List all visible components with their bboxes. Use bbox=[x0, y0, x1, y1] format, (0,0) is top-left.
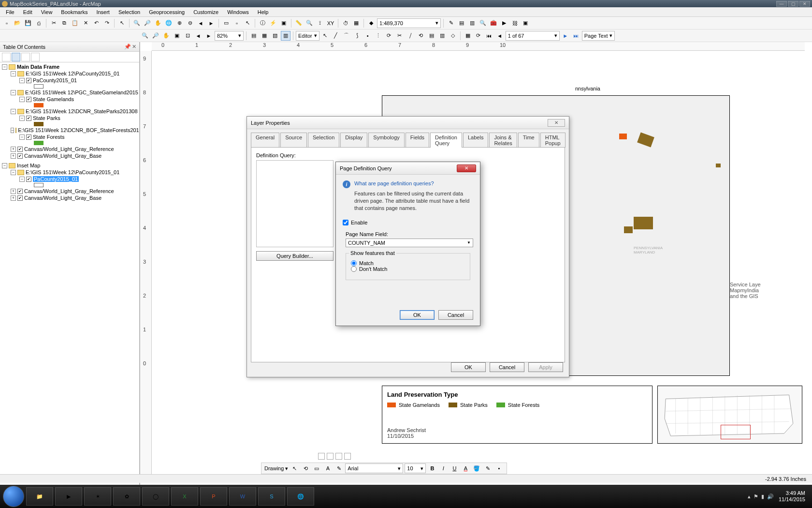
map-scale-combo[interactable]: 1:489,370▾ bbox=[377, 18, 441, 28]
back-layout-icon[interactable]: ◄ bbox=[193, 31, 203, 41]
tab-labels[interactable]: Labels bbox=[463, 133, 488, 148]
fwd-layout-icon[interactable]: ► bbox=[204, 31, 214, 41]
menu-help[interactable]: Help bbox=[254, 8, 273, 16]
edit-cut-icon[interactable]: ✂ bbox=[395, 31, 405, 41]
tray-up-icon[interactable]: ▴ bbox=[748, 493, 751, 500]
layer-properties-cancel-button[interactable]: Cancel bbox=[490, 362, 524, 372]
print-icon[interactable]: ⎙ bbox=[34, 18, 44, 28]
fixed-zoom-out-icon[interactable]: ⊖ bbox=[185, 18, 195, 28]
taskbar-chrome-icon[interactable]: ◯ bbox=[142, 487, 169, 506]
menu-windows[interactable]: Windows bbox=[223, 8, 253, 16]
menu-view[interactable]: View bbox=[37, 8, 57, 16]
underline-icon[interactable]: U bbox=[450, 463, 459, 473]
ddp-page-combo[interactable]: 1 of 67▾ bbox=[506, 31, 560, 41]
taskbar-word-icon[interactable]: W bbox=[229, 487, 256, 506]
taskbar-skype-icon[interactable]: S bbox=[258, 487, 285, 506]
taskbar-mediaplayer-icon[interactable]: ▶ bbox=[55, 487, 82, 506]
html-popup-icon[interactable]: ▣ bbox=[279, 18, 289, 28]
tab-symbology[interactable]: Symbology bbox=[368, 133, 404, 148]
font-size-combo[interactable]: 10▾ bbox=[405, 463, 426, 473]
editor-menu[interactable]: Editor ▾ bbox=[296, 31, 319, 41]
edit-rotate-icon[interactable]: ⟲ bbox=[416, 31, 426, 41]
pdq-match-radio[interactable]: Match bbox=[351, 260, 465, 266]
definition-query-textbox[interactable] bbox=[256, 160, 334, 247]
tab-display[interactable]: Display bbox=[340, 133, 367, 148]
find-route-icon[interactable]: ⟟ bbox=[315, 18, 325, 28]
tab-definition-query[interactable]: Definition Query bbox=[430, 133, 462, 148]
edit-point-icon[interactable]: • bbox=[363, 31, 373, 41]
zoom-percent-combo[interactable]: 82%▾ bbox=[215, 31, 244, 41]
ddp-last-icon[interactable]: ⏭ bbox=[571, 31, 581, 41]
pdq-close-icon[interactable]: ✕ bbox=[457, 164, 476, 172]
pdq-dontmatch-radio[interactable]: Don't Match bbox=[351, 266, 465, 272]
modelbuilder-icon[interactable]: ⛓ bbox=[510, 18, 520, 28]
measure-icon[interactable]: 📏 bbox=[294, 18, 304, 28]
draw-rotate-icon[interactable]: ⟲ bbox=[301, 463, 310, 473]
ddp-setup-icon[interactable]: ▦ bbox=[463, 31, 473, 41]
pan-icon[interactable]: ✋ bbox=[153, 18, 163, 28]
data-view-icon[interactable] bbox=[318, 453, 325, 460]
minimize-button[interactable]: — bbox=[776, 1, 787, 7]
tray-volume-icon[interactable]: 🔊 bbox=[767, 493, 774, 500]
tab-html-popup[interactable]: HTML Popup bbox=[540, 133, 566, 148]
edit-create-icon[interactable]: ◇ bbox=[448, 31, 458, 41]
toggle-draft-icon[interactable]: ▤ bbox=[249, 31, 259, 41]
draw-text-icon[interactable]: A bbox=[323, 463, 333, 473]
full-extent-icon[interactable]: 🌐 bbox=[164, 18, 174, 28]
time-slider-icon[interactable]: ⏱ bbox=[341, 18, 350, 28]
taskbar-excel-icon[interactable]: X bbox=[171, 487, 198, 506]
taskbar-app2-icon[interactable]: ✿ bbox=[113, 487, 140, 506]
maximize-button[interactable]: ▢ bbox=[788, 1, 798, 7]
save-icon[interactable]: 💾 bbox=[23, 18, 33, 28]
zoom-in-layout-icon[interactable]: 🔍 bbox=[140, 31, 150, 41]
select-features-icon[interactable]: ▭ bbox=[221, 18, 231, 28]
edit-vertices-icon[interactable]: ⋮ bbox=[374, 31, 383, 41]
menu-bookmarks[interactable]: Bookmarks bbox=[57, 8, 91, 16]
draw-select-icon[interactable]: ↖ bbox=[290, 463, 299, 473]
fwd-extent-icon[interactable]: ► bbox=[206, 18, 216, 28]
menu-edit[interactable]: Edit bbox=[19, 8, 36, 16]
draw-rectangle-icon[interactable]: ▭ bbox=[312, 463, 321, 473]
marker-color-icon[interactable]: • bbox=[494, 463, 504, 473]
edit-arc-icon[interactable]: ⌒ bbox=[342, 31, 351, 41]
page-text-menu[interactable]: Page Text ▾ bbox=[582, 31, 615, 41]
hyperlink-icon[interactable]: ⚡ bbox=[268, 18, 278, 28]
edit-straight-icon[interactable]: ╱ bbox=[331, 31, 341, 41]
tab-source[interactable]: Source bbox=[280, 133, 307, 148]
toc-tree[interactable]: −Main Data Frame −E:\GIS 151\Week 12\PaC… bbox=[0, 62, 139, 494]
pause-drawing-icon[interactable] bbox=[344, 453, 351, 460]
menu-file[interactable]: File bbox=[2, 8, 18, 16]
pdq-enable-input[interactable] bbox=[343, 220, 348, 225]
tab-fields[interactable]: Fields bbox=[406, 133, 429, 148]
data-driven-pages-icon[interactable]: ▥ bbox=[281, 31, 290, 41]
focus-dataframe-icon[interactable]: ▦ bbox=[260, 31, 269, 41]
taskbar-explorer-icon[interactable]: 📁 bbox=[26, 487, 53, 506]
tab-joins-relates[interactable]: Joins & Relates bbox=[489, 133, 517, 148]
layer-properties-apply-button[interactable]: Apply bbox=[528, 362, 563, 372]
edit-split-icon[interactable]: ⧸ bbox=[406, 31, 415, 41]
back-extent-icon[interactable]: ◄ bbox=[196, 18, 205, 28]
layer-properties-ok-button[interactable]: OK bbox=[451, 362, 486, 372]
zoom-100-icon[interactable]: ⊡ bbox=[183, 31, 192, 41]
create-viewer-icon[interactable]: ▦ bbox=[351, 18, 361, 28]
query-builder-button[interactable]: Query Builder... bbox=[256, 251, 334, 261]
ddp-refresh-icon[interactable]: ⟳ bbox=[474, 31, 483, 41]
menu-selection[interactable]: Selection bbox=[115, 8, 144, 16]
system-clock[interactable]: 3:49 AM 11/14/2015 bbox=[779, 490, 805, 503]
tab-selection[interactable]: Selection bbox=[308, 133, 339, 148]
tray-network-icon[interactable]: ▮ bbox=[761, 493, 764, 500]
search-icon[interactable]: 🔍 bbox=[478, 18, 488, 28]
edit-attrs-icon[interactable]: ▤ bbox=[427, 31, 436, 41]
clear-selection-icon[interactable]: ▫ bbox=[232, 18, 242, 28]
zoom-whole-page-icon[interactable]: ▣ bbox=[172, 31, 182, 41]
fill-color-icon[interactable]: 🪣 bbox=[472, 463, 481, 473]
change-layout-icon[interactable]: ▧ bbox=[270, 31, 280, 41]
close-button[interactable]: ✕ bbox=[799, 1, 810, 7]
tab-general[interactable]: General bbox=[251, 133, 279, 148]
menu-insert[interactable]: Insert bbox=[92, 8, 114, 16]
bold-icon[interactable]: B bbox=[427, 463, 437, 473]
toc-list-by-source-icon[interactable] bbox=[12, 53, 20, 61]
tray-flag-icon[interactable]: ⚑ bbox=[754, 493, 758, 500]
edit-tool-icon[interactable]: ↖ bbox=[320, 31, 330, 41]
menu-geoprocessing[interactable]: Geoprocessing bbox=[145, 8, 188, 16]
